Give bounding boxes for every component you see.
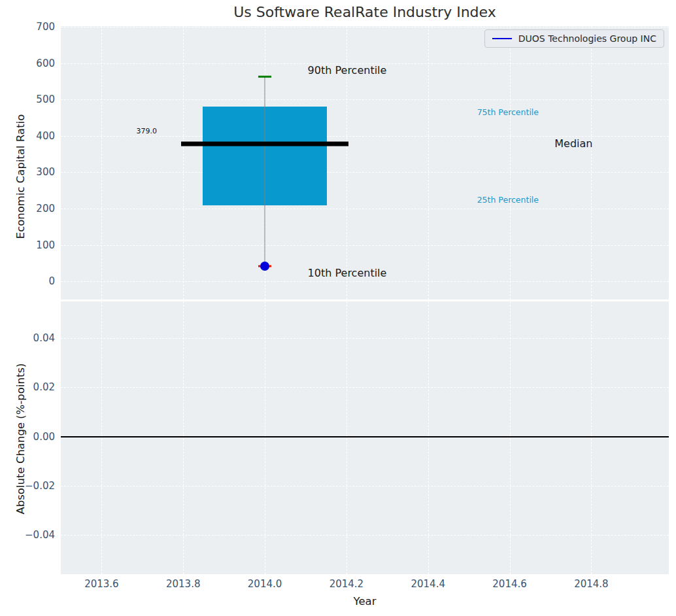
annotation-90th-percentile: 90th Percentile [308, 63, 387, 76]
x-tick-label: 2014.2 [330, 578, 364, 590]
gridline-vertical [101, 301, 102, 574]
p90-cap [258, 76, 271, 78]
x-tick-strip: 2013.62013.82014.02014.22014.42014.62014… [61, 578, 669, 591]
x-tick-label: 2014.6 [492, 578, 527, 590]
zero-line [61, 436, 669, 437]
y-tick-label: 600 [36, 58, 55, 69]
company-data-point [260, 262, 269, 271]
x-tick-label: 2013.8 [166, 578, 201, 590]
chart-title: Us Software RealRate Industry Index [61, 4, 669, 20]
y-tick-label: 0.04 [33, 332, 55, 344]
gridline-vertical [428, 26, 429, 299]
gridline-horizontal [61, 486, 669, 487]
gridline-horizontal [61, 387, 669, 388]
annotation-10th-percentile: 10th Percentile [308, 267, 387, 279]
gridline-vertical [591, 26, 592, 299]
annotation-379-0: 379.0 [136, 127, 157, 135]
figure: Us Software RealRate Industry Index Econ… [0, 0, 676, 616]
gridline-horizontal [61, 209, 669, 209]
y-tick-label: 0 [48, 275, 55, 287]
x-tick-label: 2014.4 [411, 578, 445, 590]
y-tick-label: 500 [36, 94, 55, 105]
y-tick-label: 0.00 [33, 431, 55, 443]
annotation-median: Median [554, 137, 592, 149]
gridline-vertical [183, 301, 184, 574]
bottom-y-axis-label: Absolute Change (%-points) [14, 364, 27, 515]
gridline-horizontal [61, 172, 669, 173]
legend: DUOS Technologies Group INC [484, 29, 664, 48]
bottom-axes: 0.040.020.00−0.02−0.04 [61, 301, 669, 574]
gridline-horizontal [61, 338, 669, 339]
y-tick-label: 400 [36, 130, 55, 142]
y-tick-label: 200 [36, 203, 55, 214]
x-tick-label: 2014.8 [574, 578, 609, 590]
top-y-axis-label: Economic Capital Ratio [14, 114, 27, 239]
annotation-25th-percentile: 25th Percentile [477, 195, 539, 205]
gridline-horizontal [61, 245, 669, 246]
legend-line-sample [492, 38, 512, 40]
gridline-vertical [510, 26, 511, 299]
gridline-vertical [265, 301, 265, 574]
annotation-75th-percentile: 75th Percentile [477, 107, 539, 116]
y-tick-label: 700 [36, 21, 55, 33]
gridline-vertical [510, 301, 511, 574]
y-tick-label: 300 [36, 166, 55, 178]
gridline-vertical [428, 301, 429, 574]
gridline-horizontal [61, 27, 669, 27]
gridline-vertical [183, 26, 184, 299]
median-line [181, 141, 348, 146]
gridline-horizontal [61, 99, 669, 100]
gridline-vertical [346, 301, 347, 574]
whisker-line [265, 77, 265, 266]
gridline-vertical [591, 301, 592, 574]
y-tick-label: 0.02 [33, 381, 55, 393]
y-tick-label: −0.02 [25, 480, 55, 492]
legend-label: DUOS Technologies Group INC [518, 33, 656, 44]
x-tick-label: 2013.6 [84, 578, 119, 590]
gridline-vertical [101, 26, 102, 299]
top-axes: DUOS Technologies Group INC 010020030040… [61, 26, 669, 299]
gridline-horizontal [61, 535, 669, 536]
x-axis-label: Year [61, 595, 669, 607]
gridline-horizontal [61, 281, 669, 282]
y-tick-label: −0.04 [25, 529, 55, 541]
x-tick-label: 2014.0 [248, 578, 282, 590]
y-tick-label: 100 [36, 239, 55, 251]
